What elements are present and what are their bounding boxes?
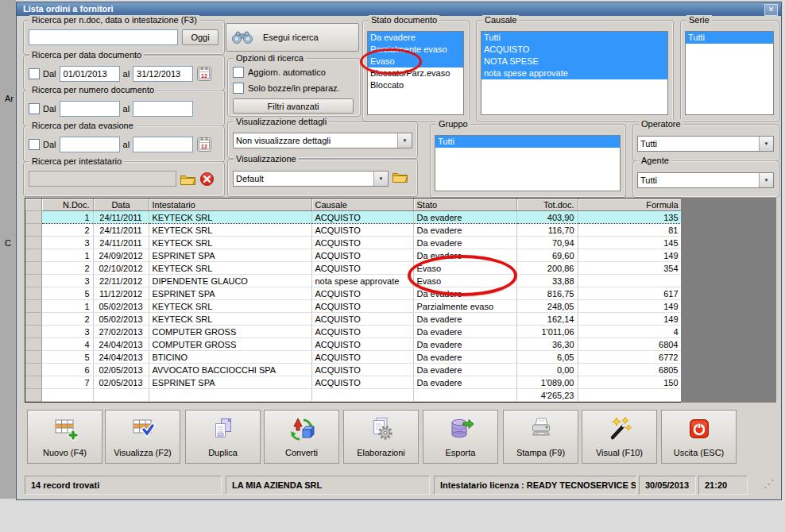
visual-f10-button[interactable]: Visual (F10) (582, 410, 657, 464)
table-cell[interactable]: Da evadere (413, 313, 516, 326)
table-cell[interactable]: 24/09/2012 (93, 249, 149, 262)
column-header[interactable]: Causale (311, 199, 413, 211)
table-cell[interactable]: Evaso (413, 262, 516, 275)
table-cell[interactable]: Da evadere (413, 224, 516, 237)
table-cell[interactable]: 6 (41, 364, 93, 376)
table-cell[interactable]: 24/11/2011 (93, 224, 149, 237)
table-cell[interactable]: ACQUISTO (311, 313, 413, 326)
table-cell[interactable]: 6804 (578, 338, 682, 351)
table-cell[interactable]: 6805 (578, 364, 682, 376)
table-cell[interactable]: ACQUISTO (311, 364, 413, 376)
table-cell[interactable]: 5 (41, 351, 93, 364)
table-row[interactable]: 327/02/2013COMPUTER GROSSACQUISTODa evad… (25, 326, 682, 338)
list-item[interactable]: nota spese approvate (481, 67, 667, 79)
table-cell[interactable]: ACQUISTO (311, 376, 413, 389)
table-cell[interactable]: ACQUISTO (311, 237, 413, 249)
table-cell[interactable]: 1 (41, 211, 93, 224)
table-cell[interactable]: DIPENDENTE GLAUCO (149, 275, 311, 287)
table-row[interactable]: 424/04/2013COMPUTER GROSSACQUISTODa evad… (25, 338, 682, 351)
row-selector[interactable] (25, 224, 41, 237)
table-cell[interactable]: 135 (578, 211, 682, 224)
table-cell[interactable]: 6,05 (516, 351, 578, 364)
evasione-from-input[interactable] (60, 137, 120, 152)
table-row[interactable]: 202/10/2012KEYTECK SRLACQUISTOEvaso200,8… (25, 262, 682, 275)
table-cell[interactable]: KEYTECK SRL (149, 237, 311, 249)
table-cell[interactable]: 1'089,00 (516, 376, 578, 389)
intestatario-input[interactable] (29, 171, 176, 187)
table-cell[interactable]: Da evadere (413, 287, 516, 300)
evasione-to-input[interactable] (133, 137, 193, 152)
table-cell[interactable]: ESPRINET SPA (149, 376, 311, 389)
row-selector[interactable] (25, 249, 41, 262)
table-row[interactable]: 124/11/2011KEYTECK SRLACQUISTODa evadere… (25, 211, 682, 224)
table-cell[interactable]: 1 (41, 249, 93, 262)
row-selector[interactable] (25, 326, 41, 338)
num-to-input[interactable] (133, 101, 193, 117)
table-cell[interactable]: 3 (41, 326, 93, 338)
table-cell[interactable]: 0,00 (516, 364, 578, 376)
table-cell[interactable]: Da evadere (413, 376, 516, 389)
table-cell[interactable]: ACQUISTO (311, 224, 413, 237)
table-cell[interactable]: 3 (41, 275, 93, 287)
table-row[interactable]: 324/11/2011KEYTECK SRLACQUISTODa evadere… (25, 237, 682, 249)
list-item[interactable]: ACQUISTO (481, 44, 667, 56)
column-header[interactable]: Tot.doc. (516, 199, 578, 211)
table-row[interactable]: 322/11/2012DIPENDENTE GLAUCOnota spese a… (25, 275, 682, 287)
table-cell[interactable]: 02/10/2012 (93, 262, 149, 275)
table-cell[interactable]: BTICINO (149, 351, 311, 364)
table-cell[interactable]: 403,90 (516, 211, 578, 224)
table-cell[interactable]: 162,14 (516, 313, 578, 326)
row-selector[interactable] (25, 237, 41, 249)
table-cell[interactable]: COMPUTER GROSS (149, 338, 311, 351)
folder-open-icon[interactable] (392, 170, 408, 183)
elaborazioni-button[interactable]: Elaborazioni (343, 410, 419, 464)
table-cell[interactable] (578, 275, 682, 287)
dal-checkbox[interactable] (29, 68, 40, 79)
visualizzazione-dettagli-select[interactable]: Non visualizzare dettagli ▼ (233, 133, 412, 148)
column-header[interactable]: Stato (413, 199, 516, 211)
table-cell[interactable]: 816,75 (516, 287, 578, 300)
table-cell[interactable]: 1'011,06 (516, 326, 578, 338)
table-row[interactable]: 524/04/2013BTICINOACQUISTODa evadere6,05… (25, 351, 682, 364)
table-row[interactable]: 511/12/2012ESPRINET SPAACQUISTODa evader… (25, 287, 682, 300)
row-selector[interactable] (25, 275, 41, 287)
table-row[interactable]: 602/05/2013AVVOCATO BACCIOCCHI SPAACQUIS… (25, 364, 682, 376)
table-cell[interactable]: ACQUISTO (311, 338, 413, 351)
aggiorn-automatico-checkbox[interactable] (233, 67, 244, 78)
table-cell[interactable]: 248,05 (516, 300, 578, 313)
gruppo-list[interactable]: Tutti (435, 135, 621, 191)
row-selector[interactable] (25, 338, 41, 351)
title-bar[interactable]: Lista ordini a fornitori ✕ (17, 2, 781, 16)
row-selector[interactable] (25, 287, 41, 300)
table-cell[interactable]: 145 (578, 237, 682, 249)
table-cell[interactable]: ESPRINET SPA (149, 249, 311, 262)
table-row[interactable]: 105/02/2013KEYTECK SRLACQUISTOParzialmen… (25, 300, 682, 313)
table-cell[interactable]: 3 (41, 237, 93, 249)
today-button[interactable]: Oggi (182, 29, 218, 45)
table-cell[interactable]: COMPUTER GROSS (149, 326, 311, 338)
table-cell[interactable]: ACQUISTO (311, 287, 413, 300)
converti-button[interactable]: Converti (264, 410, 339, 464)
table-cell[interactable]: ACQUISTO (311, 300, 413, 313)
table-cell[interactable]: ACQUISTO (311, 351, 413, 364)
orders-table[interactable]: N.Doc.DataIntestatarioCausaleStatoTot.do… (25, 198, 683, 403)
chevron-down-icon[interactable]: ▼ (759, 137, 773, 151)
operatore-select[interactable]: Tutti ▼ (637, 136, 774, 152)
table-cell[interactable]: Da evadere (413, 364, 516, 376)
column-header[interactable]: Data (93, 199, 149, 211)
table-cell[interactable]: 11/12/2012 (93, 287, 149, 300)
date-to-input[interactable] (133, 66, 193, 82)
solo-bozze-checkbox[interactable] (233, 83, 244, 94)
table-row[interactable]: 124/09/2012ESPRINET SPAACQUISTODa evader… (25, 249, 682, 262)
table-cell[interactable]: 27/02/2013 (93, 326, 149, 338)
table-cell[interactable]: 200,86 (516, 262, 578, 275)
table-cell[interactable]: 149 (578, 249, 682, 262)
table-cell[interactable]: 6772 (578, 351, 682, 364)
esporta-button[interactable]: Esporta (423, 410, 498, 464)
table-cell[interactable]: 2 (41, 313, 93, 326)
date-from-input[interactable] (60, 66, 120, 82)
folder-open-icon[interactable] (180, 172, 196, 186)
causale-list[interactable]: TuttiACQUISTONOTA SPESEnota spese approv… (481, 31, 668, 115)
table-cell[interactable]: AVVOCATO BACCIOCCHI SPA (149, 364, 311, 376)
chevron-down-icon[interactable]: ▼ (397, 133, 412, 148)
